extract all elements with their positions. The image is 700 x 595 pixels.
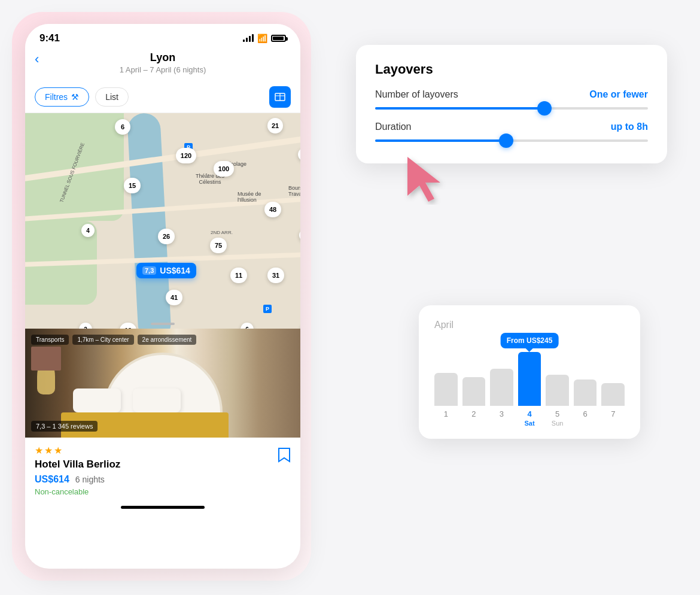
hotel-nights: 6 nights: [75, 475, 105, 484]
list-label: List: [105, 92, 118, 102]
filter-label: Filtres: [45, 92, 68, 102]
map-marker[interactable]: 4: [81, 224, 95, 237]
star-1: ★: [35, 445, 43, 456]
signal-icon: [243, 35, 254, 42]
day-label-4: Sat: [518, 420, 541, 427]
star-2: ★: [44, 445, 53, 456]
hotel-tag: 1,7km – City center: [72, 335, 133, 345]
day-num-1: 1: [434, 409, 458, 418]
day-num-6: 6: [574, 409, 597, 418]
map-view-button[interactable]: [269, 86, 291, 108]
map-marker[interactable]: 26: [158, 229, 175, 244]
parking-icon-2: P: [263, 305, 272, 313]
cursor-arrow: [398, 151, 452, 205]
filter-bar: Filtres ⚒ List: [25, 81, 300, 113]
calendar-card: April From US$245: [419, 305, 640, 439]
hotel-cancel-policy: Non-cancelable: [35, 487, 291, 496]
back-button[interactable]: ‹: [35, 51, 39, 67]
layovers-title: Layovers: [375, 62, 648, 77]
cal-bar-1: [434, 373, 458, 406]
layovers-slider-track: [375, 107, 648, 110]
day-num-3: 3: [490, 409, 513, 418]
tooltip-price: From US$245: [507, 336, 553, 345]
bookmark-button[interactable]: [278, 447, 291, 465]
status-time: 9:41: [39, 32, 60, 44]
hotel-info: ★ ★ ★ Hotel Villa Berlioz US$614 6 night…: [25, 438, 300, 501]
status-bar: 9:41 📶: [25, 24, 300, 49]
map-marker[interactable]: 6: [115, 119, 130, 135]
price-tooltip: From US$245: [501, 333, 559, 348]
cal-bar-5: [546, 375, 569, 406]
calendar-month: April: [434, 320, 625, 330]
cal-bar-wrap-7: [601, 383, 625, 406]
day-numbers-row: 1 2 3 4 5 6 7: [434, 409, 625, 418]
map-marker[interactable]: 48: [264, 202, 281, 217]
day-num-5: 5: [546, 409, 569, 418]
map-marker[interactable]: 11: [230, 268, 247, 283]
map-marker[interactable]: 31: [267, 268, 284, 283]
layovers-slider-fill: [375, 107, 544, 110]
date-range: 1 April – 7 April (6 nights): [37, 65, 288, 74]
star-3: ★: [54, 445, 62, 456]
day-labels-row: Sat Sun: [434, 420, 625, 427]
status-icons: 📶: [243, 34, 286, 43]
grid-icon: [275, 93, 285, 101]
musee-label: Musée del'Illusion: [238, 191, 261, 203]
layovers-value: One or fewer: [589, 89, 648, 100]
cal-bar-2: [462, 377, 486, 406]
hotel-price-label: US$614: [160, 266, 190, 275]
duration-label: Duration: [375, 122, 411, 132]
wifi-icon: 📶: [257, 34, 267, 43]
cal-bar-3: [490, 369, 513, 406]
page-header: ‹ Lyon 1 April – 7 April (6 nights): [25, 49, 300, 81]
hotel-price-marker[interactable]: 7,3 US$614: [136, 263, 196, 278]
svg-marker-3: [407, 157, 440, 202]
duration-slider-track: [375, 139, 648, 142]
map-view[interactable]: TUNNEL SOUS FOURVIÈRE 2ND ARR. Théâtre d…: [25, 113, 300, 329]
hotel-tag: Transports: [31, 335, 69, 345]
duration-section: Duration up to 8h: [375, 122, 648, 142]
map-marker[interactable]: 100: [214, 161, 234, 177]
duration-slider-fill: [375, 139, 506, 142]
filter-icon: ⚒: [71, 92, 79, 102]
bourse-label: BourseTrava...: [288, 185, 300, 197]
day-label-1: [434, 420, 458, 427]
map-marker[interactable]: 15: [124, 178, 141, 193]
map-marker[interactable]: 41: [166, 290, 182, 305]
cal-bar-wrap-1: [434, 373, 458, 406]
scroll-indicator: [151, 323, 175, 325]
map-marker[interactable]: 75: [210, 238, 227, 253]
cal-bar-6: [574, 380, 597, 406]
cal-bar-wrap-4[interactable]: From US$245: [518, 352, 541, 406]
hotel-image: Transports 1,7km – City center 2e arrond…: [25, 329, 300, 438]
list-button[interactable]: List: [95, 87, 129, 107]
day-num-4: 4: [518, 409, 541, 418]
day-label-5: Sun: [546, 420, 569, 427]
layovers-card: Layovers Number of layovers One or fewer…: [356, 45, 667, 163]
map-marker[interactable]: 21: [267, 118, 283, 133]
cal-bar-wrap-3: [490, 369, 513, 406]
duration-value: up to 8h: [611, 122, 648, 132]
layovers-label: Number of layovers: [375, 89, 458, 100]
layovers-slider-thumb[interactable]: [537, 101, 552, 116]
day-label-7: [601, 420, 625, 427]
day-num-7: 7: [601, 409, 625, 418]
day-num-2: 2: [462, 409, 486, 418]
hotel-stars: ★ ★ ★: [35, 445, 291, 456]
battery-icon: [271, 35, 286, 42]
hotel-card: Transports 1,7km – City center 2e arrond…: [25, 329, 300, 509]
filtres-button[interactable]: Filtres ⚒: [35, 87, 89, 107]
duration-slider-thumb[interactable]: [499, 133, 513, 148]
map-marker[interactable]: 120: [176, 148, 196, 163]
day-label-3: [490, 420, 513, 427]
cal-bar-7: [601, 383, 625, 406]
cal-bar-wrap-6: [574, 380, 597, 406]
hotel-tags: Transports 1,7km – City center 2e arrond…: [31, 335, 196, 345]
bookmark-icon: [278, 447, 291, 463]
layovers-section: Number of layovers One or fewer: [375, 89, 648, 110]
cal-bar-wrap-2: [462, 377, 486, 406]
hotel-name: Hotel Villa Berlioz: [35, 459, 291, 470]
hotel-tag: 2e arrondissement: [138, 335, 197, 345]
city-title: Lyon: [37, 51, 288, 64]
cal-bar-wrap-5: [546, 375, 569, 406]
